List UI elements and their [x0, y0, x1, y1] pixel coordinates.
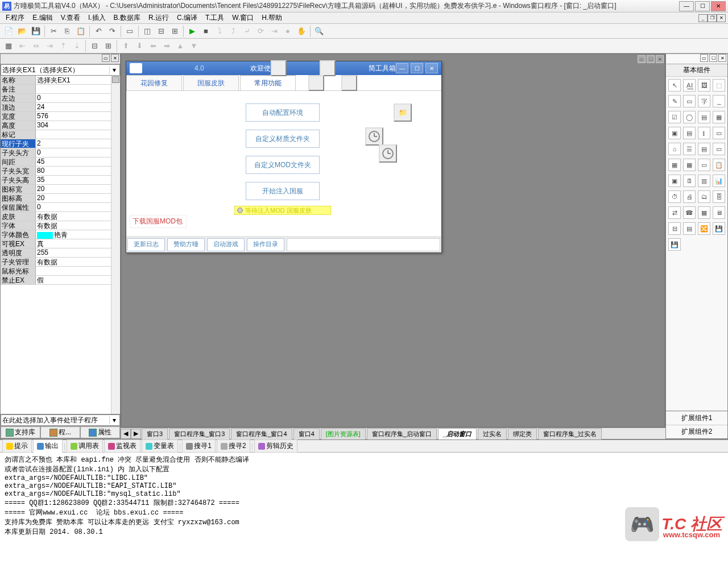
- tool-up[interactable]: ▲: [174, 40, 187, 52]
- property-value[interactable]: 0: [36, 203, 120, 212]
- component-item[interactable]: 📊: [713, 175, 725, 187]
- component-item[interactable]: ⎯: [713, 95, 725, 107]
- property-row[interactable]: 可视EX真: [1, 239, 120, 248]
- tool-vlayout[interactable]: ⊞: [102, 40, 114, 52]
- property-value[interactable]: 45: [36, 157, 120, 166]
- panel-close-icon[interactable]: ✕: [111, 54, 119, 62]
- tool-align-bottom[interactable]: ⇣: [71, 40, 83, 52]
- property-value[interactable]: [36, 85, 120, 93]
- property-row[interactable]: 皮肤有数据: [1, 212, 120, 221]
- menu-database[interactable]: B.数据库: [110, 12, 144, 24]
- menu-window[interactable]: W.窗口: [229, 12, 257, 24]
- timer-icon[interactable]: [341, 75, 357, 91]
- component-selector[interactable]: 选择夹EX1（选择夹EX） ▾: [1, 64, 120, 76]
- form-window[interactable]: 4.0 欢迎使用 简工具箱 — ☐ ✕ 花园修复 国服皮肤 常用功能: [126, 61, 442, 253]
- ext-group-2[interactable]: 扩展组件2: [666, 425, 727, 438]
- property-value[interactable]: 有数据: [36, 258, 120, 266]
- tool-step-out[interactable]: ⤶: [241, 25, 253, 38]
- design-canvas[interactable]: ▭ ☐ ✕ 4.0 欢迎使用 简工具箱 — ☐ ✕: [121, 53, 665, 428]
- tool-step-into[interactable]: ⤵: [213, 25, 226, 38]
- folder-icon-button[interactable]: 📁: [394, 103, 412, 122]
- doc-tab[interactable]: [图片资源表]: [321, 428, 366, 439]
- component-item[interactable]: 🖨: [683, 190, 696, 203]
- form-minimize[interactable]: —: [396, 63, 408, 73]
- component-item[interactable]: ▭: [713, 127, 725, 139]
- component-item[interactable]: 🖼: [698, 79, 710, 92]
- property-value[interactable]: 有数据: [36, 221, 120, 230]
- tab-dir[interactable]: 操作目录: [247, 238, 284, 251]
- panel-pin-icon[interactable]: ▭: [102, 54, 110, 62]
- property-row[interactable]: 名称选择夹EX1: [1, 76, 120, 85]
- event-selector[interactable]: 在此处选择加入事件处理子程序 ▾: [1, 414, 120, 426]
- menu-help[interactable]: H.帮助: [258, 12, 286, 24]
- component-item[interactable]: ▤: [683, 222, 696, 235]
- tool-right[interactable]: ➡: [160, 40, 173, 52]
- doc-tab[interactable]: 窗口4: [293, 428, 320, 439]
- property-value[interactable]: 576: [36, 112, 120, 121]
- custom-texture-button[interactable]: 自定义材质文件夹: [246, 130, 320, 148]
- property-row[interactable]: 子夹头方向0: [1, 148, 120, 157]
- output-tab-vars[interactable]: 变量表: [142, 439, 178, 453]
- component-item[interactable]: ☎: [683, 206, 696, 219]
- auto-config-button[interactable]: 自动配置环境: [246, 103, 320, 122]
- timer-icon[interactable]: [308, 75, 324, 91]
- tool-grid[interactable]: ▦: [2, 40, 15, 52]
- property-value[interactable]: 2: [36, 139, 120, 148]
- output-tab-calltable[interactable]: 调用表: [67, 439, 103, 453]
- component-item[interactable]: ⊟: [668, 222, 681, 235]
- property-row[interactable]: 子夹头宽度80: [1, 167, 120, 176]
- mdi-minimize[interactable]: _: [698, 14, 708, 22]
- close-button[interactable]: ✕: [711, 1, 726, 11]
- component-item[interactable]: ▤: [698, 111, 710, 123]
- property-value[interactable]: 20: [36, 185, 120, 193]
- tab-control[interactable]: 花园修复 国服皮肤 常用功能: [126, 75, 441, 91]
- property-row[interactable]: 保留属性0: [1, 203, 120, 212]
- doc-tab[interactable]: 窗口程序集_过实名: [538, 428, 602, 439]
- component-item[interactable]: 💾: [668, 238, 681, 251]
- property-row[interactable]: 顶边24: [1, 103, 120, 112]
- doc-tab[interactable]: _启动窗口: [438, 428, 477, 439]
- form-maximize[interactable]: ☐: [411, 63, 423, 73]
- property-row[interactable]: 透明度255: [1, 248, 120, 258]
- mdi-close[interactable]: ✕: [717, 14, 726, 22]
- component-item[interactable]: 🔀: [698, 222, 710, 235]
- tool-paste[interactable]: 📋: [75, 25, 87, 38]
- tool-stop[interactable]: ■: [200, 25, 212, 38]
- tool-undo[interactable]: ↶: [92, 25, 105, 38]
- mdi-restore[interactable]: ❐: [708, 14, 717, 22]
- property-value[interactable]: 80: [36, 167, 120, 175]
- tool-hlayout[interactable]: ⊟: [88, 40, 101, 52]
- property-row[interactable]: 备注: [1, 85, 120, 94]
- tool-align-top[interactable]: ⇡: [57, 40, 69, 52]
- maximize-button[interactable]: ☐: [695, 1, 710, 11]
- property-value[interactable]: 24: [36, 103, 120, 111]
- timer-icon[interactable]: [365, 127, 383, 146]
- output-tab-clip[interactable]: 剪辑历史: [254, 439, 297, 453]
- component-item[interactable]: ▦: [683, 159, 696, 171]
- property-row[interactable]: 子夹管理有数据: [1, 258, 120, 267]
- component-item[interactable]: 🗂: [698, 190, 710, 203]
- custom-mod-button[interactable]: 自定义MOD文件夹: [246, 156, 320, 174]
- component-item[interactable]: 🗄: [713, 190, 725, 203]
- download-mod-link[interactable]: 下载国服MOD包: [130, 215, 187, 228]
- component-item[interactable]: ▥: [698, 175, 710, 187]
- tool-step-run[interactable]: ⟳: [254, 25, 267, 38]
- menu-edit[interactable]: E.编辑: [29, 12, 56, 24]
- property-row[interactable]: 左边0: [1, 94, 120, 103]
- component-item[interactable]: 💾: [713, 222, 725, 235]
- tool-redo[interactable]: ↷: [106, 25, 118, 38]
- properties-button[interactable]: 属性: [80, 426, 120, 438]
- property-value[interactable]: 35: [36, 176, 120, 184]
- property-value[interactable]: [36, 130, 120, 139]
- menu-run[interactable]: R.运行: [145, 12, 172, 24]
- component-item[interactable]: ⇄: [668, 206, 681, 219]
- component-item[interactable]: 📋: [713, 159, 725, 171]
- component-item[interactable]: ⫿: [698, 127, 710, 139]
- tool-find[interactable]: 🔍: [313, 25, 325, 38]
- menu-insert[interactable]: I.插入: [85, 12, 109, 24]
- output-tab-watch[interactable]: 监视表: [104, 439, 140, 453]
- tabs-prev[interactable]: ◀: [121, 429, 131, 439]
- doc-tab[interactable]: 窗口程序集_窗口4: [231, 428, 292, 439]
- component-item[interactable]: ✎: [668, 95, 681, 107]
- tab-changelog[interactable]: 更新日志: [127, 238, 165, 251]
